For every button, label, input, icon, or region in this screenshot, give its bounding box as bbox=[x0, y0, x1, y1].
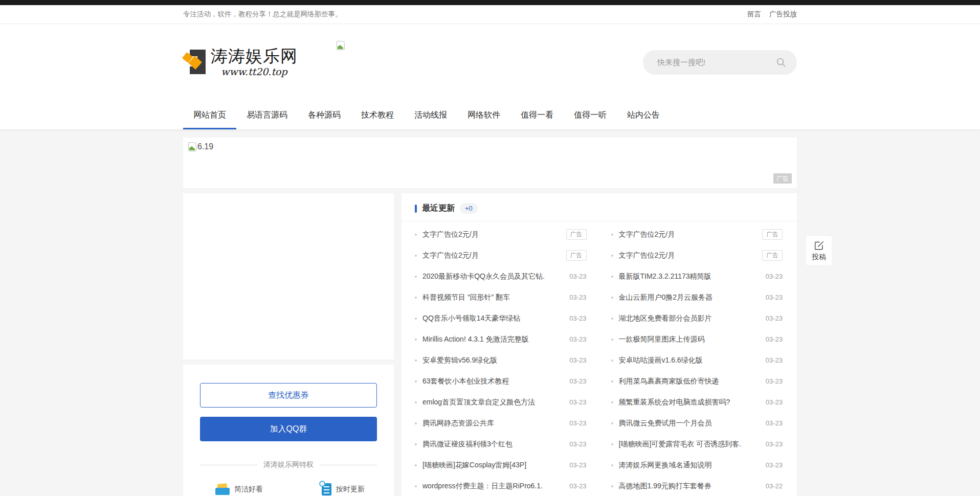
nav-item[interactable]: 值得一看 bbox=[510, 100, 564, 129]
list-item: wordpress付费主题：日主题RiPro6.1.03-23 bbox=[415, 476, 587, 496]
edit-icon bbox=[813, 240, 825, 251]
date-label: 03-23 bbox=[766, 440, 783, 448]
article-link[interactable]: 高德地图1.99元购打车套餐券 bbox=[619, 482, 760, 491]
section-divider bbox=[402, 221, 797, 221]
list-item: 最新版TIM2.3.2.21173精简版03-23 bbox=[611, 266, 783, 287]
recent-updates-card: 最近更新 +0 文字广告位2元/月广告文字广告位2元/月广告2020最新移动卡Q… bbox=[402, 193, 797, 496]
top-link-advertise[interactable]: 广告投放 bbox=[769, 10, 797, 19]
article-link[interactable]: 腾讯微证褪疫福利领3个红包 bbox=[422, 440, 563, 449]
date-label: 03-23 bbox=[766, 461, 783, 469]
logo-subtitle: www.tt20.top bbox=[211, 66, 298, 77]
list-item: QQ音乐小号领取14天豪华绿钻03-23 bbox=[415, 308, 587, 329]
bullet-dot bbox=[611, 380, 613, 382]
article-link[interactable]: Mirillis Action! 4.3.1 免激活完整版 bbox=[422, 335, 563, 344]
list-item: emlog首页置顶文章自定义颜色方法03-23 bbox=[415, 392, 587, 413]
nav-item[interactable]: 各种源码 bbox=[298, 100, 351, 129]
list-item: 一款极简阿里图床上传源码03-23 bbox=[611, 329, 783, 350]
date-label: 03-23 bbox=[569, 461, 586, 469]
list-item: Mirillis Action! 4.3.1 免激活完整版03-23 bbox=[415, 329, 587, 350]
article-link[interactable]: QQ音乐小号领取14天豪华绿钻 bbox=[422, 314, 563, 323]
article-link[interactable]: 一款极简阿里图床上传源码 bbox=[619, 335, 760, 344]
article-link[interactable]: 安卓咕咕漫画v1.6.6绿化版 bbox=[619, 356, 760, 365]
article-link[interactable]: 最新版TIM2.3.2.21173精简版 bbox=[619, 272, 760, 281]
article-link[interactable]: [喵糖映画]花嫁Cosplay雷姆[43P] bbox=[422, 461, 563, 470]
main-nav: 网站首页易语言源码各种源码技术教程活动线报网络软件值得一看值得一听站内公告 bbox=[0, 100, 980, 129]
article-link[interactable]: 涛涛娱乐网更换域名通知说明 bbox=[619, 461, 760, 470]
nav-item[interactable]: 值得一听 bbox=[564, 100, 617, 129]
bullet-dot bbox=[611, 464, 613, 466]
article-link[interactable]: 频繁重装系统会对电脑造成损害吗? bbox=[619, 398, 760, 407]
article-link[interactable]: 金山云新用户0撸2月云服务器 bbox=[619, 293, 760, 302]
recent-list-left: 文字广告位2元/月广告文字广告位2元/月广告2020最新移动卡QQ永久会员及其它… bbox=[415, 224, 587, 496]
date-label: 03-23 bbox=[766, 294, 783, 301]
article-link[interactable]: 湖北地区免费看部分会员影片 bbox=[619, 314, 760, 323]
site-motto: 专注活动，软件，教程分享！总之就是网络那些事。 bbox=[183, 10, 342, 19]
nav-item[interactable]: 易语言源码 bbox=[236, 100, 298, 129]
new-count-badge[interactable]: +0 bbox=[460, 203, 478, 214]
nav-item[interactable]: 站内公告 bbox=[617, 100, 670, 129]
search-input[interactable] bbox=[657, 58, 775, 66]
bullet-dot bbox=[415, 422, 417, 424]
article-link[interactable]: [喵糖映画]可爱露背毛衣 可否诱惑到客. bbox=[619, 440, 760, 449]
feature-clean-look: 简洁好看 bbox=[215, 483, 263, 495]
date-label: 03-23 bbox=[766, 398, 783, 406]
bullet-dot bbox=[415, 401, 417, 403]
nav-item[interactable]: 活动线报 bbox=[404, 100, 457, 129]
bullet-dot bbox=[415, 359, 417, 362]
feature-label: 按时更新 bbox=[336, 485, 365, 494]
list-item: 安卓爱剪辑v56.9绿化版03-23 bbox=[415, 350, 587, 371]
section-accent-bar bbox=[415, 205, 417, 213]
broken-image-icon bbox=[188, 142, 196, 151]
list-item: 利用菜鸟裹裹商家版低价寄快递03-23 bbox=[611, 371, 783, 392]
bullet-dot bbox=[415, 276, 417, 278]
article-link[interactable]: 文字广告位2元/月 bbox=[422, 251, 560, 260]
article-link[interactable]: 文字广告位2元/月 bbox=[619, 251, 756, 260]
article-link[interactable]: 安卓爱剪辑v56.9绿化版 bbox=[422, 356, 563, 365]
join-qq-group-button[interactable]: 加入QQ群 bbox=[200, 417, 377, 441]
list-item: [喵糖映画]可爱露背毛衣 可否诱惑到客.03-23 bbox=[611, 434, 783, 455]
submit-post-label: 投稿 bbox=[812, 253, 826, 262]
article-link[interactable]: 腾讯微云免费试用一个月会员 bbox=[619, 419, 760, 428]
top-link-message[interactable]: 留言 bbox=[747, 10, 761, 19]
bullet-dot bbox=[611, 255, 613, 257]
article-link[interactable]: emlog首页置顶文章自定义颜色方法 bbox=[422, 398, 563, 407]
ad-badge: 广告 bbox=[566, 250, 587, 260]
list-item: 文字广告位2元/月广告 bbox=[415, 245, 587, 266]
find-coupon-button[interactable]: 查找优惠券 bbox=[200, 383, 377, 408]
feature-on-time-update: 按时更新 bbox=[322, 483, 365, 495]
list-item: 频繁重装系统会对电脑造成损害吗?03-23 bbox=[611, 392, 783, 413]
nav-item[interactable]: 网络软件 bbox=[457, 100, 510, 129]
site-logo[interactable]: 涛涛娱乐网 www.tt20.top bbox=[183, 47, 298, 77]
article-link[interactable]: 利用菜鸟裹裹商家版低价寄快递 bbox=[619, 377, 760, 386]
article-link[interactable]: 科普视频节目 “回形针” 翻车 bbox=[422, 293, 563, 302]
article-link[interactable]: 2020最新移动卡QQ永久会员及其它钻. bbox=[422, 272, 563, 281]
bullet-dot bbox=[611, 422, 613, 424]
sidebar-actions-widget: 查找优惠券 加入QQ群 涛涛娱乐网特权 简洁好看 按时更新 bbox=[183, 365, 394, 496]
ad-badge: 广告 bbox=[762, 229, 783, 239]
list-item: 腾讯微证褪疫福利领3个红包03-23 bbox=[415, 434, 587, 455]
article-link[interactable]: 文字广告位2元/月 bbox=[422, 230, 560, 239]
article-link[interactable]: 63套餐饮小本创业技术教程 bbox=[422, 377, 563, 386]
ad-badge: 广告 bbox=[762, 250, 783, 260]
bullet-dot bbox=[611, 318, 613, 320]
date-label: 03-23 bbox=[766, 314, 783, 322]
article-link[interactable]: wordpress付费主题：日主题RiPro6.1. bbox=[422, 482, 563, 491]
search-icon[interactable] bbox=[775, 57, 787, 68]
list-item: 63套餐饮小本创业技术教程03-23 bbox=[415, 371, 587, 392]
bullet-dot bbox=[415, 318, 417, 320]
bullet-dot bbox=[415, 380, 417, 382]
list-item: 腾讯微云免费试用一个月会员03-23 bbox=[611, 413, 783, 434]
nav-item[interactable]: 网站首页 bbox=[183, 100, 236, 129]
list-item: 文字广告位2元/月广告 bbox=[611, 245, 783, 266]
privileges-divider-title: 涛涛娱乐网特权 bbox=[263, 460, 314, 469]
list-item: 安卓咕咕漫画v1.6.6绿化版03-23 bbox=[611, 350, 783, 371]
ad-banner[interactable]: 6.19 广告 bbox=[183, 138, 797, 188]
nav-item[interactable]: 技术教程 bbox=[351, 100, 404, 129]
bullet-dot bbox=[415, 485, 417, 487]
list-item: 高德地图1.99元购打车套餐券03-22 bbox=[611, 476, 783, 496]
article-link[interactable]: 腾讯网静态资源公共库 bbox=[422, 419, 563, 428]
bullet-dot bbox=[415, 443, 417, 445]
article-link[interactable]: 文字广告位2元/月 bbox=[619, 230, 756, 239]
submit-post-button[interactable]: 投稿 bbox=[806, 236, 832, 265]
bullet-dot bbox=[611, 297, 613, 299]
